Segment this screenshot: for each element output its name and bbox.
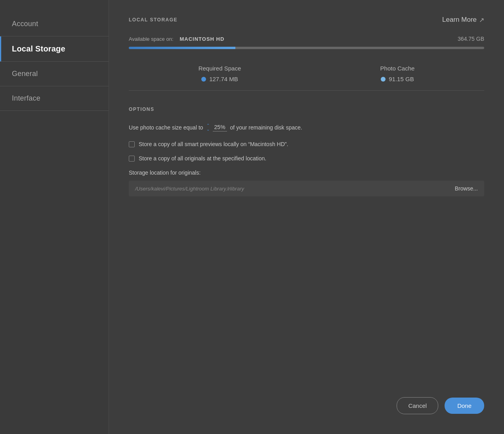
sidebar: Account Local Storage General Interface — [0, 0, 109, 434]
external-link-icon: ↗ — [479, 16, 484, 24]
learn-more-label: Learn More — [442, 16, 477, 24]
originals-copy-label: Store a copy of all originals at the spe… — [139, 155, 266, 162]
storage-location-section: Storage location for originals: /Users/k… — [129, 169, 484, 196]
storage-location-row: /Users/kalevi/Pictures/Lightroom Library… — [129, 181, 484, 196]
photo-cache-value: 91.15 GB — [389, 76, 414, 82]
storage-stats: Required Space 127.74 MB Photo Cache 91.… — [129, 61, 484, 91]
required-space-value: 127.74 MB — [209, 76, 238, 82]
options-title: OPTIONS — [129, 107, 484, 112]
required-space-dot — [201, 77, 206, 82]
section-title: LOCAL STORAGE — [129, 17, 178, 23]
drive-name: MACINTOSH HD — [180, 36, 225, 42]
storage-info-left: Available space on: MACINTOSH HD — [129, 36, 224, 42]
sidebar-item-interface[interactable]: Interface — [0, 86, 109, 110]
learn-more-link[interactable]: Learn More ↗ — [442, 16, 484, 24]
header-row: LOCAL STORAGE Learn More ↗ — [129, 16, 484, 24]
available-label: Available space on: — [129, 36, 174, 42]
sidebar-item-general[interactable]: General — [0, 62, 109, 86]
cache-size-prefix: Use photo cache size equal to — [129, 124, 203, 131]
cancel-button[interactable]: Cancel — [397, 397, 438, 414]
photo-cache-dot — [381, 77, 386, 82]
smart-previews-checkbox[interactable] — [129, 141, 135, 147]
sidebar-item-account[interactable]: Account — [0, 12, 109, 36]
storage-location-label: Storage location for originals: — [129, 169, 484, 176]
storage-progress-bar — [129, 47, 484, 49]
storage-info-row: Available space on: MACINTOSH HD 364.75 … — [129, 36, 484, 42]
bottom-buttons: Cancel Done — [397, 397, 484, 414]
progress-bar-used — [129, 47, 235, 49]
storage-size: 364.75 GB — [458, 36, 484, 42]
required-space-label: Required Space — [199, 65, 241, 72]
main-content: LOCAL STORAGE Learn More ↗ Available spa… — [109, 0, 504, 434]
photo-cache-value-row: 91.15 GB — [380, 76, 415, 82]
photo-cache-stat: Photo Cache 91.15 GB — [380, 65, 415, 82]
sidebar-item-local-storage[interactable]: Local Storage — [0, 36, 109, 61]
done-button[interactable]: Done — [445, 398, 484, 414]
originals-copy-checkbox[interactable] — [129, 156, 135, 162]
cache-spinner[interactable]: ⌃⌄ — [206, 124, 210, 131]
sidebar-divider-4 — [0, 110, 109, 111]
cache-size-row: Use photo cache size equal to ⌃⌄ of your… — [129, 123, 484, 131]
required-space-value-row: 127.74 MB — [199, 76, 241, 82]
storage-path: /Users/kalevi/Pictures/Lightroom Library… — [135, 186, 244, 192]
cache-size-suffix: of your remaining disk space. — [230, 124, 302, 131]
photo-cache-label: Photo Cache — [380, 65, 415, 72]
smart-previews-option-row: Store a copy of all smart previews local… — [129, 141, 484, 147]
options-section: OPTIONS Use photo cache size equal to ⌃⌄… — [129, 107, 484, 196]
browse-button[interactable]: Browse... — [455, 185, 478, 192]
smart-previews-label: Store a copy of all smart previews local… — [139, 141, 288, 147]
cache-percentage-input[interactable] — [213, 123, 227, 131]
originals-copy-option-row: Store a copy of all originals at the spe… — [129, 155, 484, 162]
required-space-stat: Required Space 127.74 MB — [199, 65, 241, 82]
